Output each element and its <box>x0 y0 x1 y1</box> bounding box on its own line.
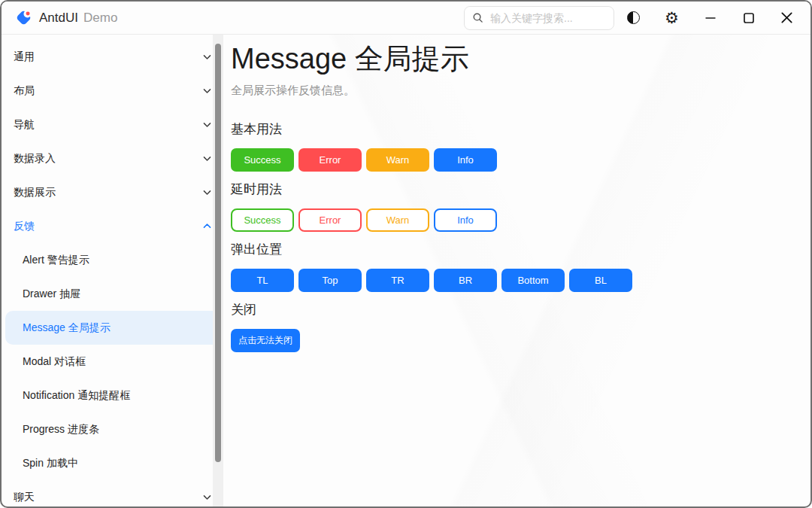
app-logo-icon <box>15 9 32 26</box>
basic-usage-button-row: Success Error Warn Info <box>231 148 792 172</box>
delay-usage-button-row: Success Error Warn Info <box>231 208 792 232</box>
position-br-button[interactable]: BR <box>434 269 497 292</box>
main-area: 通用 布局 导航 数据录入 数据展示 反馈 <box>2 35 810 506</box>
section-heading-position: 弹出位置 <box>231 241 792 258</box>
sidebar-scrollbar-track[interactable] <box>213 35 223 506</box>
chevron-down-icon <box>202 120 212 129</box>
sidebar-item-alert[interactable]: Alert 警告提示 <box>2 243 224 277</box>
sidebar-item-spin[interactable]: Spin 加载中 <box>2 446 224 480</box>
section-heading-close: 关闭 <box>231 301 792 318</box>
sidebar-item-progress[interactable]: Progress 进度条 <box>2 412 224 446</box>
minimize-button[interactable] <box>691 2 729 35</box>
cannot-close-button[interactable]: 点击无法关闭 <box>231 329 300 352</box>
app-window: AntdUI Demo ⚙ <box>0 0 812 508</box>
page-subtitle: 全局展示操作反馈信息。 <box>231 84 792 98</box>
position-bottom-button[interactable]: Bottom <box>501 269 565 292</box>
chevron-down-icon <box>202 187 212 197</box>
minimize-icon <box>704 12 717 24</box>
app-title: AntdUI <box>39 11 78 26</box>
settings-button[interactable]: ⚙ <box>653 2 691 35</box>
sidebar-subitem-label: Progress 进度条 <box>23 423 99 437</box>
titlebar: AntdUI Demo ⚙ <box>2 2 810 35</box>
sidebar-subitem-label: Notification 通知提醒框 <box>23 389 130 403</box>
message-warn-button[interactable]: Warn <box>366 148 429 172</box>
message-error-button[interactable]: Error <box>298 148 362 172</box>
search-icon <box>472 12 483 23</box>
sidebar-subitem-label: Drawer 抽屉 <box>23 287 80 301</box>
chevron-up-icon <box>202 221 212 231</box>
chevron-down-icon <box>202 52 212 62</box>
sidebar-item-label: 布局 <box>14 84 202 98</box>
search-input[interactable] <box>489 11 606 25</box>
sidebar-item-layout[interactable]: 布局 <box>2 74 224 108</box>
close-button[interactable] <box>768 2 806 35</box>
sidebar-item-chat[interactable]: 聊天 <box>2 480 224 508</box>
sidebar-item-label: 通用 <box>14 50 202 64</box>
delay-warn-button[interactable]: Warn <box>366 208 429 232</box>
sidebar-item-label: 导航 <box>14 118 202 132</box>
delay-info-button[interactable]: Info <box>434 208 497 232</box>
position-tl-button[interactable]: TL <box>231 269 294 292</box>
section-heading-basic: 基本用法 <box>231 120 792 138</box>
sidebar-item-label: 聊天 <box>14 491 202 504</box>
position-tr-button[interactable]: TR <box>366 269 429 292</box>
sidebar-item-label: 反馈 <box>14 220 202 233</box>
sidebar-item-label: 数据录入 <box>14 152 202 166</box>
sidebar-item-feedback[interactable]: 反馈 <box>2 209 224 243</box>
search-box[interactable] <box>464 6 614 30</box>
chevron-down-icon <box>202 86 212 96</box>
maximize-icon <box>743 12 755 24</box>
message-success-button[interactable]: Success <box>231 148 294 172</box>
gear-icon: ⚙ <box>665 10 679 26</box>
delay-success-button[interactable]: Success <box>231 208 294 232</box>
sidebar-item-data-display[interactable]: 数据展示 <box>2 175 224 209</box>
maximize-button[interactable] <box>729 2 768 35</box>
sidebar-item-navigation[interactable]: 导航 <box>2 108 224 141</box>
page-title: Message 全局提示 <box>231 42 792 77</box>
sidebar-item-label: 数据展示 <box>14 186 202 199</box>
chevron-down-icon <box>202 154 212 163</box>
position-top-button[interactable]: Top <box>298 269 362 292</box>
chevron-down-icon <box>202 492 212 502</box>
sidebar-item-general[interactable]: 通用 <box>2 40 224 74</box>
sidebar-subitem-label: Modal 对话框 <box>23 355 86 369</box>
content-panel: Message 全局提示 全局展示操作反馈信息。 基本用法 Success Er… <box>224 35 810 506</box>
position-button-row: TL Top TR BR Bottom BL <box>231 269 792 292</box>
close-button-row: 点击无法关闭 <box>231 329 792 352</box>
sidebar-scrollbar-thumb[interactable] <box>215 44 221 462</box>
theme-toggle-icon <box>627 11 640 24</box>
sidebar-item-modal[interactable]: Modal 对话框 <box>2 345 224 379</box>
message-info-button[interactable]: Info <box>434 148 497 172</box>
close-icon <box>780 11 793 24</box>
sidebar: 通用 布局 导航 数据录入 数据展示 反馈 <box>2 35 224 506</box>
sidebar-item-notification[interactable]: Notification 通知提醒框 <box>2 379 224 412</box>
theme-toggle-button[interactable] <box>614 2 653 35</box>
sidebar-item-message[interactable]: Message 全局提示 <box>5 311 220 345</box>
position-bl-button[interactable]: BL <box>569 269 632 292</box>
sidebar-subitem-label: Spin 加载中 <box>23 457 78 470</box>
app-subtitle: Demo <box>83 11 117 26</box>
sidebar-item-drawer[interactable]: Drawer 抽屉 <box>2 277 224 311</box>
delay-error-button[interactable]: Error <box>298 208 362 232</box>
sidebar-subitem-label: Message 全局提示 <box>23 321 111 335</box>
sidebar-item-data-entry[interactable]: 数据录入 <box>2 141 224 175</box>
section-heading-delay: 延时用法 <box>231 181 792 198</box>
sidebar-subitem-label: Alert 警告提示 <box>23 254 89 267</box>
